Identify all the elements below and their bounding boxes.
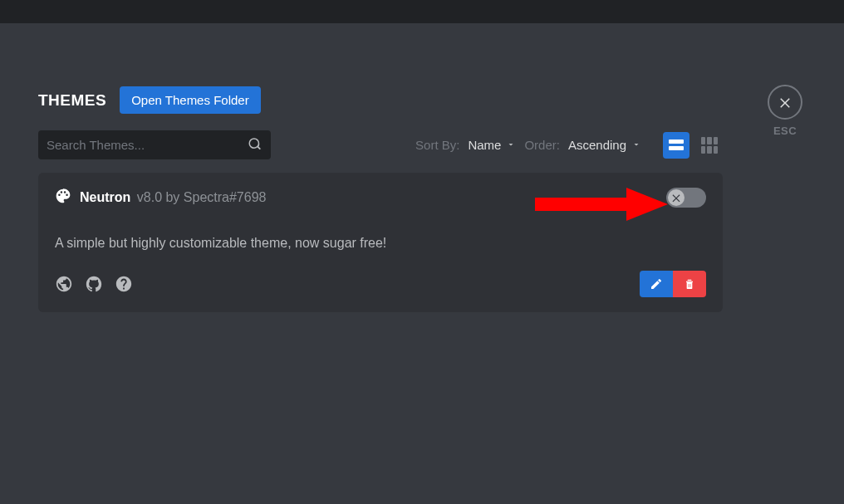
order-label: Order:: [524, 138, 560, 152]
theme-name: Neutron: [80, 190, 130, 204]
chevron-down-icon: [506, 138, 516, 152]
close-icon: [778, 95, 792, 110]
website-link[interactable]: [55, 275, 73, 293]
page-title: THEMES: [38, 91, 106, 110]
delete-theme-button[interactable]: [673, 271, 706, 297]
order-value: Ascending: [568, 138, 626, 152]
trash-icon: [683, 277, 696, 291]
help-icon: [115, 275, 133, 293]
palette-icon: [55, 188, 71, 208]
github-icon: [85, 275, 103, 293]
chevron-down-icon: [631, 138, 641, 152]
theme-card-footer: [55, 271, 706, 297]
page-header: THEMES Open Themes Folder: [38, 86, 723, 114]
theme-links: [55, 275, 133, 293]
close-label: ESC: [773, 125, 797, 137]
edit-theme-button[interactable]: [640, 271, 673, 297]
sort-by-value: Name: [468, 138, 501, 152]
themes-panel: THEMES Open Themes Folder Sort By: Name …: [38, 86, 723, 312]
pencil-icon: [650, 277, 663, 291]
grid-icon: [701, 137, 718, 154]
app-header-bar: [0, 0, 844, 23]
search-box: [38, 130, 271, 159]
theme-description: A simple but highly customizable theme, …: [55, 223, 706, 271]
theme-actions: [640, 271, 706, 297]
help-link[interactable]: [115, 275, 133, 293]
close-button[interactable]: [768, 85, 802, 120]
search-input[interactable]: [38, 130, 271, 159]
sort-controls: Sort By: Name Order: Ascending: [415, 132, 723, 159]
sort-by-dropdown[interactable]: Name: [468, 138, 516, 152]
list-view-button[interactable]: [663, 132, 689, 159]
github-link[interactable]: [85, 275, 103, 293]
theme-name-line: Neutron v8.0 by Spectra#7698: [80, 190, 266, 205]
toggle-knob: [668, 189, 685, 206]
controls-row: Sort By: Name Order: Ascending: [38, 130, 723, 159]
theme-card-header: Neutron v8.0 by Spectra#7698: [55, 188, 706, 223]
order-dropdown[interactable]: Ascending: [568, 138, 641, 152]
view-toggle: [663, 132, 723, 159]
theme-enable-toggle[interactable]: [666, 188, 706, 208]
search-icon[interactable]: [248, 136, 263, 154]
theme-card: Neutron v8.0 by Spectra#7698 A simple bu…: [38, 173, 723, 312]
open-themes-folder-button[interactable]: Open Themes Folder: [120, 86, 260, 114]
globe-icon: [55, 275, 73, 293]
close-settings: ESC: [768, 85, 802, 137]
theme-meta: v8.0 by Spectra#7698: [137, 190, 267, 204]
list-icon: [669, 139, 684, 150]
theme-title-group: Neutron v8.0 by Spectra#7698: [55, 188, 266, 208]
grid-view-button[interactable]: [696, 132, 723, 159]
close-icon: [670, 192, 682, 203]
sort-by-label: Sort By:: [415, 138, 459, 152]
